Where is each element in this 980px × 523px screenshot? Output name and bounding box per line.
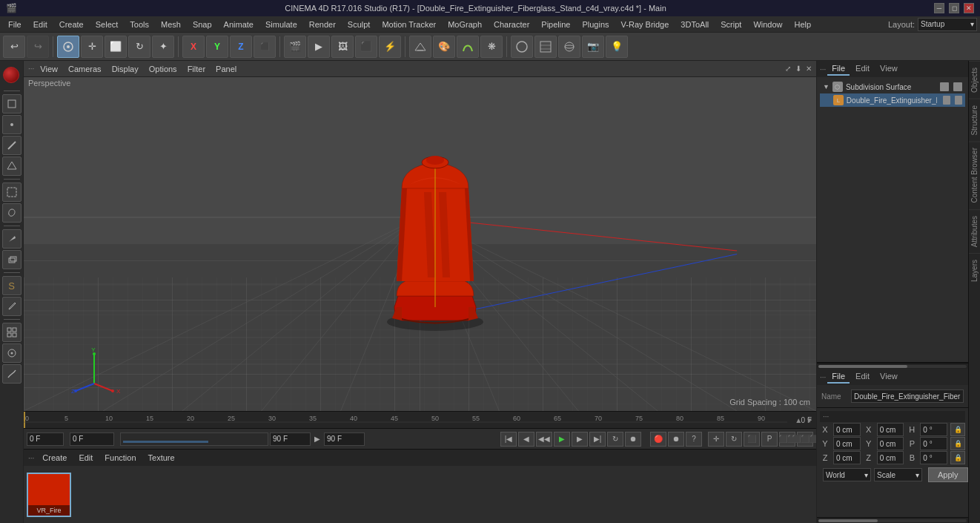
menu-plugins[interactable]: Plugins: [577, 19, 614, 30]
om-tab-edit[interactable]: Edit: [851, 62, 874, 76]
restore-button[interactable]: ◻: [949, 3, 959, 13]
start-frame-field[interactable]: 0 F: [70, 432, 114, 446]
z-pos-input[interactable]: [836, 454, 858, 462]
x-size-input[interactable]: [880, 426, 901, 434]
viewport-canvas[interactable]: Grid Spacing : 100 cm Y X Z: [24, 77, 816, 411]
paint-tool-button[interactable]: 🎨: [433, 36, 455, 58]
y-size-field[interactable]: [877, 437, 904, 450]
step-back-button[interactable]: ◀: [518, 432, 534, 447]
menu-vray[interactable]: V-Ray Bridge: [616, 19, 675, 30]
sculpt-tool-button[interactable]: [2, 364, 21, 384]
render-picture-button[interactable]: 🖼: [331, 36, 354, 58]
motion-button[interactable]: ?: [686, 432, 702, 447]
material-menu-create[interactable]: Create: [39, 453, 70, 463]
render-all-button[interactable]: ⬛: [355, 36, 377, 58]
z-size-input[interactable]: [880, 454, 901, 462]
end-frame-display[interactable]: [120, 432, 268, 446]
record-button[interactable]: ⏺: [625, 432, 641, 447]
lasso-select-button[interactable]: [2, 203, 21, 223]
vp-menu-options[interactable]: Options: [145, 64, 182, 74]
end-frame-field[interactable]: 90 F: [270, 432, 311, 446]
right-bottom-scrollbar[interactable]: [817, 517, 968, 523]
y-pos-field[interactable]: [833, 437, 861, 450]
x-axis-button[interactable]: X: [182, 36, 205, 58]
menu-animate[interactable]: Animate: [219, 19, 259, 30]
menu-create[interactable]: Create: [54, 19, 89, 30]
rotate-tool-button[interactable]: ↻: [128, 36, 150, 58]
minimize-button[interactable]: ─: [934, 3, 944, 13]
layout-dropdown[interactable]: Startup ▾: [918, 18, 977, 31]
play-back-button[interactable]: ◀◀: [536, 432, 552, 447]
menu-window[interactable]: Window: [748, 19, 787, 30]
play-arrow[interactable]: ▶: [312, 435, 322, 443]
edge-mode-button[interactable]: [2, 136, 21, 155]
right-scrollbar[interactable]: [817, 363, 968, 369]
spline-button[interactable]: [457, 36, 479, 58]
menu-motion-tracker[interactable]: Motion Tracker: [377, 19, 441, 30]
sphere-button[interactable]: [511, 36, 533, 58]
object-mode-button[interactable]: [2, 94, 21, 114]
vp-menu-cameras[interactable]: Cameras: [64, 64, 106, 74]
attr-tab-view[interactable]: View: [875, 370, 902, 384]
timeline-scroll-down[interactable]: ▼: [804, 416, 815, 424]
loop-button[interactable]: ↻: [607, 432, 623, 447]
material-vr-fire[interactable]: VR_Fire: [27, 473, 71, 517]
transform-button[interactable]: ✦: [152, 36, 174, 58]
move-tc-button[interactable]: ✛: [708, 432, 724, 447]
render-region-button[interactable]: 🎬: [284, 36, 306, 58]
vp-close-icon[interactable]: ✕: [806, 65, 812, 73]
render-active-button[interactable]: ▶: [308, 36, 330, 58]
z-row-lock[interactable]: 🔒: [950, 451, 965, 464]
menu-script[interactable]: Script: [715, 19, 746, 30]
menu-select[interactable]: Select: [90, 19, 124, 30]
go-to-end-button[interactable]: ▶|: [589, 432, 606, 447]
brush-button[interactable]: [2, 297, 21, 316]
auto-key-button[interactable]: ⏺: [668, 432, 684, 447]
scale-tc-button[interactable]: ⬛: [744, 432, 760, 447]
side-tab-structure[interactable]: Structure: [969, 99, 980, 142]
x-row-lock[interactable]: 🔒: [950, 423, 965, 436]
menu-3dtoall[interactable]: 3DToAll: [675, 19, 714, 30]
apply-button[interactable]: Apply: [928, 467, 968, 482]
extrude-button[interactable]: [2, 250, 21, 269]
z-axis-button[interactable]: Z: [230, 36, 252, 58]
tree-item-subdivision[interactable]: ▼ ⬡ Subdivision Surface: [820, 80, 965, 93]
point-mode-button[interactable]: [2, 115, 21, 134]
object-name-field[interactable]: Double_Fire_Extinguisher_Fibergl...: [851, 389, 964, 403]
coord-space-dropdown[interactable]: World ▾: [823, 468, 871, 481]
snap-button[interactable]: [2, 343, 21, 363]
param-tc-button[interactable]: P: [761, 432, 778, 447]
vp-menu-view[interactable]: View: [36, 64, 62, 74]
b-rot-input[interactable]: [923, 454, 944, 462]
vp-menu-filter[interactable]: Filter: [183, 64, 210, 74]
polygon-mode-button[interactable]: [2, 157, 21, 176]
menu-render[interactable]: Render: [304, 19, 341, 30]
z-pos-field[interactable]: [833, 451, 861, 464]
vp-menu-display[interactable]: Display: [107, 64, 143, 74]
texture-button[interactable]: [534, 36, 557, 58]
y-pos-input[interactable]: [836, 440, 858, 448]
p-rot-input[interactable]: [923, 440, 944, 448]
redo-button[interactable]: ↪: [27, 36, 49, 58]
move-tool-button[interactable]: ✛: [81, 36, 103, 58]
play-button[interactable]: ▶: [554, 432, 570, 447]
step-forward-button[interactable]: ▶: [572, 432, 588, 447]
menu-mograph[interactable]: MoGraph: [443, 19, 487, 30]
magnet-button[interactable]: S: [2, 276, 21, 295]
menu-tools[interactable]: Tools: [125, 19, 154, 30]
attr-tab-edit[interactable]: Edit: [851, 370, 874, 384]
max-frame-field[interactable]: 90 F: [324, 432, 365, 446]
knife-button[interactable]: [2, 229, 21, 249]
coord-mode-dropdown[interactable]: Scale ▾: [874, 468, 922, 481]
side-tab-objects[interactable]: Objects: [969, 61, 980, 99]
tree-item-object[interactable]: L Double_Fire_Extinguisher_Fiberg: [820, 93, 965, 107]
grid-button[interactable]: [2, 323, 21, 342]
all-axis-button[interactable]: ⬛: [254, 36, 276, 58]
scale-tool-button[interactable]: ⬜: [105, 36, 127, 58]
vp-config-icon[interactable]: ⬇: [795, 65, 801, 73]
menu-edit[interactable]: Edit: [28, 19, 53, 30]
camera-button[interactable]: 📷: [582, 36, 604, 58]
b-rot-field[interactable]: [920, 451, 947, 464]
visibility-icon[interactable]: [940, 82, 949, 91]
light-button[interactable]: 💡: [606, 36, 628, 58]
